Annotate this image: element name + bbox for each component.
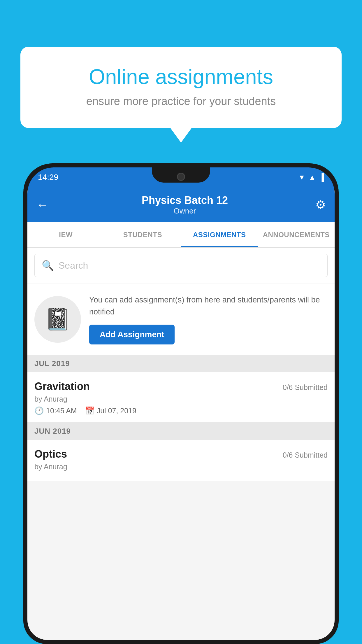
header-title: Physics Batch 12 — [54, 194, 315, 206]
assignment-submitted-gravitation: 0/6 Submitted — [283, 383, 328, 392]
tab-announcements[interactable]: ANNOUNCEMENTS — [258, 222, 335, 247]
settings-icon[interactable]: ⚙ — [315, 198, 326, 211]
speech-bubble-title: Online assignments — [41, 64, 321, 89]
search-bar[interactable]: 🔍 Search — [34, 254, 328, 277]
header-title-block: Physics Batch 12 Owner — [54, 194, 315, 216]
assignment-item-optics[interactable]: Optics 0/6 Submitted by Anurag — [27, 440, 335, 481]
clock-icon: 🕐 — [34, 406, 44, 415]
tab-assignments[interactable]: ASSIGNMENTS — [181, 222, 258, 247]
assignment-name-gravitation: Gravitation — [34, 380, 90, 393]
phone-inner: 14:29 ▼ ▲ ▐ ← Physics Batch 12 Owner ⚙ — [27, 167, 335, 640]
tab-students[interactable]: STUDENTS — [104, 222, 181, 247]
app-header: ← Physics Batch 12 Owner ⚙ — [27, 187, 335, 222]
promo-block: 📓 You can add assignment(s) from here an… — [27, 284, 335, 355]
phone-screen: ← Physics Batch 12 Owner ⚙ IEW STUDENTS … — [27, 187, 335, 640]
assignment-date-gravitation: 📅 Jul 07, 2019 — [85, 406, 136, 415]
camera — [177, 173, 185, 181]
assignment-author-gravitation: by Anurag — [34, 395, 328, 403]
promo-content: You can add assignment(s) from here and … — [89, 294, 328, 344]
wifi-icon: ▼ — [298, 173, 305, 181]
section-jun-2019: JUN 2019 — [27, 423, 335, 440]
speech-bubble: Online assignments ensure more practice … — [20, 47, 342, 128]
tab-iew[interactable]: IEW — [27, 222, 104, 247]
back-button[interactable]: ← — [36, 198, 48, 212]
section-jul-2019: JUL 2019 — [27, 355, 335, 372]
promo-icon-circle: 📓 — [34, 296, 81, 343]
assignment-time-gravitation: 🕐 10:45 AM — [34, 406, 77, 415]
notebook-icon: 📓 — [45, 307, 71, 332]
tabs-bar: IEW STUDENTS ASSIGNMENTS ANNOUNCEMENTS — [27, 222, 335, 248]
assignment-name-optics: Optics — [34, 448, 67, 460]
signal-icon: ▲ — [309, 173, 316, 181]
calendar-icon: 📅 — [85, 406, 94, 415]
speech-bubble-subtitle: ensure more practice for your students — [41, 95, 321, 108]
search-bar-container: 🔍 Search — [27, 248, 335, 283]
assignment-submitted-optics: 0/6 Submitted — [283, 451, 328, 459]
promo-text: You can add assignment(s) from here and … — [89, 294, 328, 318]
assignment-author-optics: by Anurag — [34, 463, 328, 471]
battery-icon: ▐ — [319, 173, 324, 181]
search-placeholder-text: Search — [59, 260, 88, 271]
phone-frame: 14:29 ▼ ▲ ▐ ← Physics Batch 12 Owner ⚙ — [23, 163, 339, 644]
status-icons: ▼ ▲ ▐ — [298, 173, 324, 181]
assignment-meta-gravitation: 🕐 10:45 AM 📅 Jul 07, 2019 — [34, 406, 328, 415]
assignment-item-gravitation[interactable]: Gravitation 0/6 Submitted by Anurag 🕐 10… — [27, 372, 335, 423]
assignment-top-row-optics: Optics 0/6 Submitted — [34, 448, 328, 460]
header-subtitle: Owner — [54, 206, 315, 216]
search-icon: 🔍 — [42, 260, 54, 271]
status-time: 14:29 — [38, 173, 58, 182]
notch — [152, 167, 210, 183]
assignment-top-row: Gravitation 0/6 Submitted — [34, 380, 328, 393]
speech-bubble-container: Online assignments ensure more practice … — [20, 47, 342, 128]
add-assignment-button[interactable]: Add Assignment — [89, 325, 175, 344]
